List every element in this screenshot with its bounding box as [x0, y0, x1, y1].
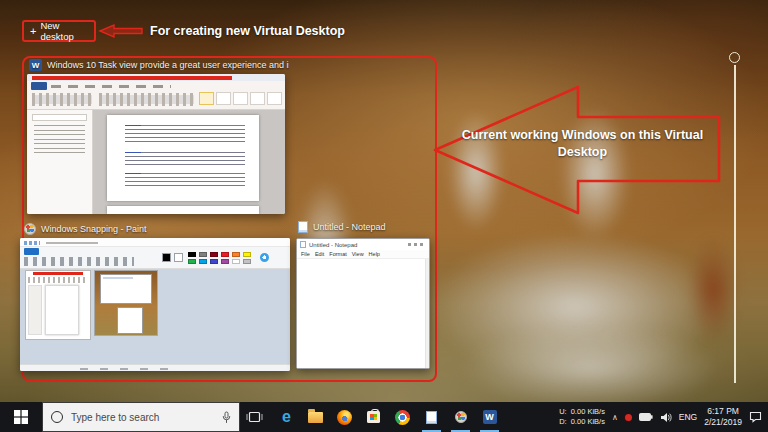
microsoft-store-icon: [367, 411, 380, 423]
palette-swatch: [243, 252, 251, 257]
windows-logo-icon: [14, 410, 28, 424]
word-document-area: [93, 110, 285, 214]
plus-icon: +: [30, 26, 36, 37]
word-ribbon-tabs: [51, 85, 171, 88]
notepad-icon: [298, 221, 308, 233]
language-indicator[interactable]: ENG: [679, 412, 697, 422]
palette-swatch: [210, 252, 218, 257]
menu-edit[interactable]: Edit: [315, 251, 324, 257]
tray-red-dot-icon[interactable]: [625, 414, 632, 421]
notepad-scrollbar: [425, 259, 429, 368]
palette-swatch: [188, 252, 196, 257]
taskbar-app-icons: e W: [272, 402, 504, 432]
word-ribbon: [27, 81, 285, 110]
notepad-thumbnail-title: Untitled - Notepad: [313, 222, 386, 232]
menu-file[interactable]: File: [301, 251, 310, 257]
paint-thumbnail-label: Windows Snapping - Paint: [24, 223, 147, 235]
date: 2/21/2019: [704, 417, 742, 428]
word-nav-search: [32, 114, 87, 121]
taskbar-icon-chrome[interactable]: [388, 402, 417, 432]
taskbar-icon-file-explorer[interactable]: [301, 402, 330, 432]
start-button[interactable]: [0, 402, 42, 432]
paint-icon: [24, 223, 36, 235]
pasted-window: [117, 307, 143, 334]
palette-swatch: [188, 259, 196, 264]
microphone-icon[interactable]: [222, 411, 231, 424]
taskbar-icon-paint[interactable]: [446, 402, 475, 432]
menu-format[interactable]: Format: [329, 251, 346, 257]
notepad-icon: [300, 241, 306, 248]
word-paragraph: [125, 152, 245, 166]
paint-ribbon: [20, 247, 290, 269]
new-desktop-label: New desktop: [40, 20, 88, 42]
paint-icon: [455, 411, 467, 423]
paint-window-thumbnail[interactable]: [20, 238, 290, 371]
edge-icon: e: [282, 409, 291, 425]
menu-view[interactable]: View: [352, 251, 364, 257]
taskbar-icon-word[interactable]: W: [475, 402, 504, 432]
word-titlebar: [27, 74, 285, 81]
word-ribbon-icons: [99, 93, 194, 106]
taskbar-icon-edge[interactable]: e: [272, 402, 301, 432]
vertical-slider-annotation: [729, 52, 742, 384]
paint-statusbar: [20, 364, 290, 371]
slider-track: [734, 65, 736, 383]
cortana-icon: [51, 411, 63, 423]
taskbar-icon-notepad[interactable]: [417, 402, 446, 432]
paint-file-tab: [24, 248, 39, 255]
word-icon: W: [483, 410, 497, 424]
pasted-nav-pane: [28, 285, 42, 335]
word-window-thumbnail[interactable]: [27, 74, 285, 214]
upload-value: 0.00 KiB/s: [571, 407, 605, 417]
battery-icon[interactable]: [639, 413, 653, 421]
taskbar-icon-firefox[interactable]: [330, 402, 359, 432]
pasted-screenshot-desktop: [94, 270, 158, 336]
taskbar-search[interactable]: [42, 402, 240, 432]
task-view-screen: + New desktop For creating new Virtual D…: [0, 0, 768, 432]
notepad-window-thumbnail[interactable]: Untitled - Notepad File Edit Format View…: [296, 238, 430, 369]
pasted-red-stripe: [33, 272, 83, 275]
new-desktop-button[interactable]: + New desktop: [22, 20, 96, 42]
network-speed-monitor[interactable]: U: 0.00 KiB/s D: 0.00 KiB/s: [559, 407, 605, 427]
notepad-menubar: File Edit Format View Help: [297, 250, 429, 259]
palette-swatch: [210, 259, 218, 264]
search-input[interactable]: [69, 411, 216, 424]
download-label: D:: [559, 417, 567, 427]
paint-canvas: [20, 269, 290, 364]
paint-edit-colors-icon: [260, 253, 269, 262]
notepad-titlebar: Untitled - Notepad: [297, 239, 429, 250]
taskbar-icon-store[interactable]: [359, 402, 388, 432]
palette-swatch: [199, 259, 207, 264]
word-paragraph: [125, 125, 245, 142]
current-windows-annotation-text: Current working Windows on this Virtual …: [455, 127, 710, 161]
palette-swatch: [232, 252, 240, 257]
word-thumbnail-label: W Windows 10 Task view provide a great u…: [29, 59, 289, 71]
new-desktop-annotation-text: For creating new Virtual Desktop: [150, 24, 345, 38]
slider-knob: [729, 52, 740, 63]
show-hidden-icons-chevron[interactable]: ∧: [612, 413, 618, 422]
notepad-icon: [426, 411, 437, 424]
volume-icon[interactable]: [660, 412, 672, 423]
task-view-button[interactable]: [240, 402, 268, 432]
paint-quick-access-toolbar: [24, 241, 40, 245]
palette-swatch: [232, 259, 240, 264]
titlebar-red-annotation: [32, 76, 232, 80]
menu-help[interactable]: Help: [369, 251, 380, 257]
paint-color2-swatch: [174, 253, 183, 262]
word-ribbon-icons: [32, 93, 92, 106]
pasted-screenshot-word: [25, 270, 91, 340]
action-center-icon[interactable]: [749, 411, 762, 423]
paint-title-text: [46, 242, 98, 244]
taskbar-clock[interactable]: 6:17 PM 2/21/2019: [704, 406, 742, 428]
word-icon: W: [29, 59, 42, 71]
task-view-icon: [246, 410, 263, 424]
file-explorer-icon: [308, 412, 323, 423]
system-tray: U: 0.00 KiB/s D: 0.00 KiB/s ∧ ENG 6:17 P…: [559, 402, 768, 432]
paint-palette: [188, 252, 252, 264]
word-styles-gallery: [199, 92, 282, 105]
time: 6:17 PM: [704, 406, 742, 417]
pasted-window: [100, 274, 152, 304]
paint-tools: [24, 257, 134, 266]
chrome-icon: [395, 410, 410, 425]
upload-label: U:: [559, 407, 567, 417]
